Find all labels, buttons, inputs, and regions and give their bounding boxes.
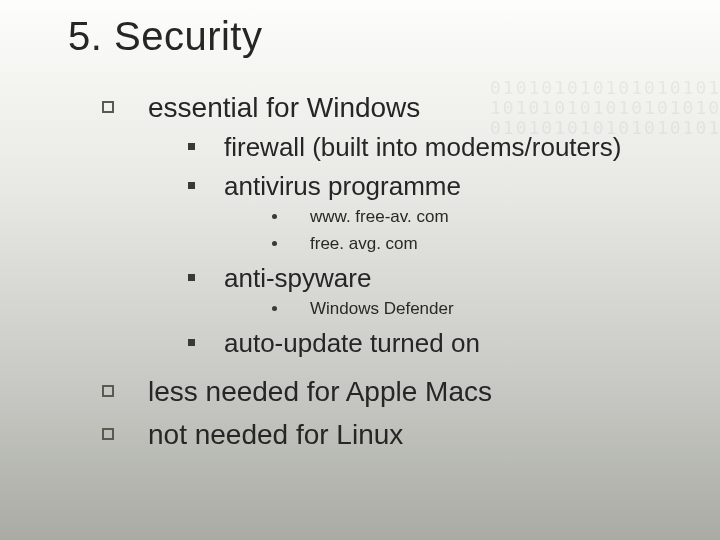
- bullet-l2-autoupdate: auto-update turned on: [90, 327, 690, 360]
- slide: 0101010101010101010 1010101010101010101 …: [0, 0, 720, 540]
- bullet-l3-defender: Windows Defender: [90, 298, 690, 321]
- bullet-l1-essential-windows: essential for Windows: [90, 90, 690, 125]
- slide-title: 5. Security: [68, 14, 262, 59]
- bullet-l2-antivirus: antivirus programme: [90, 170, 690, 203]
- bullet-l1-apple-macs: less needed for Apple Macs: [90, 374, 690, 409]
- bullet-l2-firewall: firewall (built into modems/routers): [90, 131, 690, 164]
- bullet-l2-antispyware: anti-spyware: [90, 262, 690, 295]
- bullet-l3-freeav: www. free-av. com: [90, 206, 690, 229]
- slide-content: essential for Windows firewall (built in…: [90, 82, 690, 452]
- bullet-l3-freeavg: free. avg. com: [90, 233, 690, 256]
- bullet-l1-linux: not needed for Linux: [90, 417, 690, 452]
